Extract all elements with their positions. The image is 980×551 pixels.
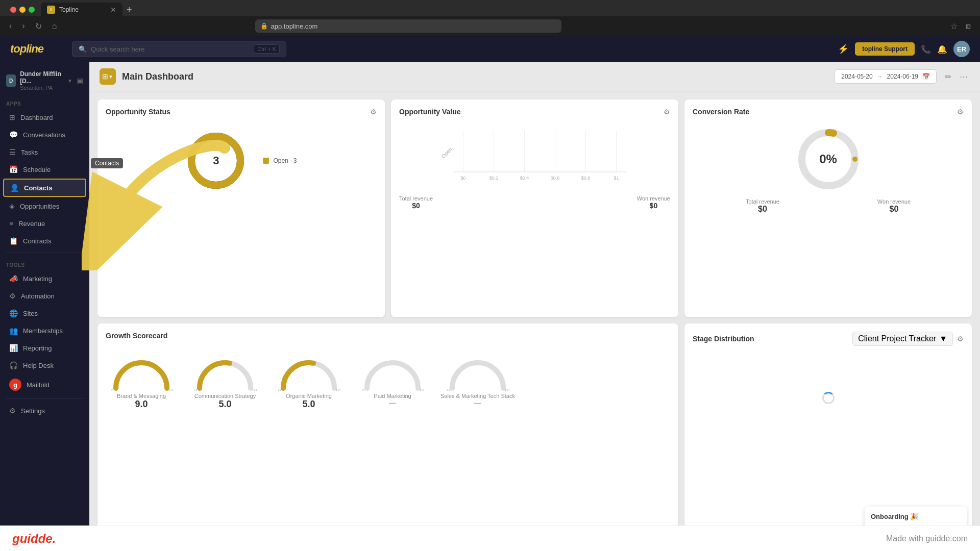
date-range-picker[interactable]: 2024-05-20 → 2024-06-19 📅 — [835, 69, 937, 84]
sidebar-label-mailfold: Mailfold — [27, 381, 50, 389]
sidebar-label-reporting: Reporting — [23, 344, 52, 352]
opp-value-chart: Open $0 $0.2 $0.4 $0.6 $0.8 $1 — [399, 126, 670, 187]
phone-icon[interactable]: 📞 — [921, 44, 931, 54]
gauge-paid-value: — — [389, 399, 396, 407]
search-icon: 🔍 — [79, 45, 87, 53]
guidde-attribution: Made with guidde.com — [886, 534, 968, 543]
stage-filter-icon[interactable]: ⚙ — [957, 335, 964, 343]
sidebar-item-helpdesk[interactable]: 🎧 Help Desk — [3, 357, 86, 373]
extensions-btn[interactable]: ⧈ — [963, 19, 974, 33]
traffic-light-green[interactable] — [29, 7, 35, 13]
tab-title: Topline — [59, 6, 79, 13]
svg-text:0: 0 — [278, 388, 281, 391]
gauge-comm-value: 5.0 — [218, 399, 231, 410]
sidebar-label-conversations: Conversations — [23, 131, 65, 139]
sidebar-item-opportunities[interactable]: ◈ Opportunities — [3, 198, 86, 214]
stage-dropdown-text: Client Project Tracker — [858, 334, 936, 343]
sidebar-item-reporting[interactable]: 📊 Reporting — [3, 340, 86, 356]
sidebar-label-dashboard: Dashboard — [20, 114, 53, 121]
svg-text:10: 10 — [168, 388, 173, 391]
svg-text:$0.6: $0.6 — [551, 176, 560, 181]
sidebar: D Dunder Mifflin [D... Scranton, PA ▼ ▣ … — [0, 62, 89, 551]
total-revenue-label: Total revenue — [399, 195, 433, 202]
gauge-tech: 0 10 Sales & Marketing Tech Stack — — [440, 350, 515, 410]
bookmark-btn[interactable]: ☆ — [947, 19, 961, 33]
sidebar-item-schedule[interactable]: 📅 Schedule — [3, 161, 86, 178]
sidebar-item-sites[interactable]: 🌐 Sites — [3, 305, 86, 321]
forward-btn[interactable]: › — [19, 19, 28, 33]
legend-open-label: Open · 3 — [273, 157, 297, 164]
home-btn[interactable]: ⌂ — [49, 19, 60, 33]
gauge-brand-label: Brand & Messaging — [117, 393, 166, 399]
svg-text:$0: $0 — [460, 176, 465, 181]
apps-section-label: Apps — [0, 95, 89, 109]
growth-scorecard-card: Growth Scorecard 0 10 Brand & Messaging — [97, 323, 678, 543]
org-switcher[interactable]: D Dunder Mifflin [D... Scranton, PA ▼ ▣ — [0, 66, 89, 95]
notification-icon[interactable]: 🔔 — [937, 44, 947, 54]
sidebar-item-tasks[interactable]: ☰ Tasks — [3, 144, 86, 160]
conv-rate-filter-icon[interactable]: ⚙ — [957, 108, 964, 116]
contracts-icon: 📋 — [9, 237, 18, 245]
sidebar-label-schedule: Schedule — [23, 166, 51, 173]
user-avatar[interactable]: ER — [953, 41, 970, 57]
gauge-paid-label: Paid Marketing — [374, 393, 411, 399]
tab-close-btn[interactable]: ✕ — [110, 6, 116, 14]
growth-gauge-row: 0 10 Brand & Messaging 9.0 0 — [106, 346, 670, 414]
new-tab-btn[interactable]: + — [125, 3, 134, 17]
opp-value-totals: Total revenue $0 Won revenue $0 — [399, 195, 670, 210]
revenue-icon: ≡ — [9, 219, 13, 228]
sidebar-item-marketing[interactable]: 📣 Marketing — [3, 270, 86, 287]
sidebar-divider — [6, 253, 83, 253]
sidebar-item-settings[interactable]: ⚙ Settings — [3, 403, 86, 419]
svg-text:0: 0 — [194, 388, 197, 391]
svg-text:Open: Open — [440, 146, 453, 159]
svg-text:0: 0 — [362, 388, 364, 391]
sidebar-label-revenue: Revenue — [18, 220, 45, 228]
dashboard-view-btn[interactable]: ⊞ ▼ — [100, 68, 116, 85]
search-bar[interactable]: 🔍 Quick search here Ctrl + K — [72, 41, 286, 57]
svg-text:10: 10 — [419, 388, 424, 391]
sidebar-collapse-btn[interactable]: ▣ — [77, 77, 83, 85]
sidebar-item-dashboard[interactable]: ⊞ Dashboard — [3, 109, 86, 126]
sidebar-item-conversations[interactable]: 💬 Conversations — [3, 127, 86, 143]
conv-rate-donut: 0% — [795, 126, 862, 192]
dashboard-icon: ⊞ — [9, 113, 15, 121]
conversations-icon: 💬 — [9, 131, 18, 139]
gauge-brand: 0 10 Brand & Messaging 9.0 — [106, 350, 177, 410]
conv-won-revenue-val: $0 — [877, 205, 911, 214]
sidebar-label-settings: Settings — [21, 407, 45, 415]
svg-text:$0.8: $0.8 — [581, 176, 591, 181]
traffic-light-yellow[interactable] — [19, 7, 26, 13]
sidebar-item-automation[interactable]: ⚙ Automation — [3, 288, 86, 304]
tab-favicon: t — [47, 6, 55, 14]
browser-tab-active[interactable]: t Topline ✕ — [41, 3, 122, 17]
browser-chrome: t Topline ✕ + ‹ › ↻ ⌂ 🔒 app.topline.com … — [0, 0, 980, 36]
flash-icon[interactable]: ⚡ — [838, 43, 849, 55]
support-btn[interactable]: topline Support — [855, 42, 915, 56]
page-title: Main Dashboard — [122, 71, 193, 82]
back-btn[interactable]: ‹ — [6, 19, 15, 33]
dashboard-grid: Opportunity Status ⚙ 3 — [89, 91, 980, 551]
sidebar-item-memberships[interactable]: 👥 Memberships — [3, 322, 86, 339]
sidebar-item-contacts[interactable]: 👤 Contacts — [3, 179, 86, 197]
edit-btn[interactable]: ✏ — [943, 70, 953, 84]
address-bar[interactable]: 🔒 app.topline.com — [255, 19, 561, 33]
sidebar-item-contracts[interactable]: 📋 Contracts — [3, 233, 86, 249]
stage-dropdown[interactable]: Client Project Tracker ▼ — [852, 332, 953, 346]
traffic-light-red[interactable] — [10, 7, 16, 13]
opp-status-donut: 3 — [185, 130, 247, 191]
marketing-icon: 📣 — [9, 274, 18, 283]
helpdesk-icon: 🎧 — [9, 361, 18, 369]
org-chevron-icon: ▼ — [67, 78, 72, 84]
opportunity-status-card: Opportunity Status ⚙ 3 — [97, 99, 385, 317]
opp-status-legend: Open · 3 — [263, 157, 297, 164]
sidebar-item-mailfold[interactable]: g Mailfold — [3, 374, 86, 395]
date-end: 2024-06-19 — [887, 73, 918, 80]
onboarding-header: Onboarding 🎉 — [871, 513, 961, 520]
sidebar-item-revenue[interactable]: ≡ Revenue — [3, 215, 86, 232]
opp-value-filter-icon[interactable]: ⚙ — [664, 108, 670, 116]
more-options-btn[interactable]: ⋯ — [958, 70, 970, 84]
opp-status-filter-icon[interactable]: ⚙ — [370, 108, 377, 116]
grid-icon: ⊞ — [102, 72, 108, 81]
reload-btn[interactable]: ↻ — [32, 19, 45, 33]
